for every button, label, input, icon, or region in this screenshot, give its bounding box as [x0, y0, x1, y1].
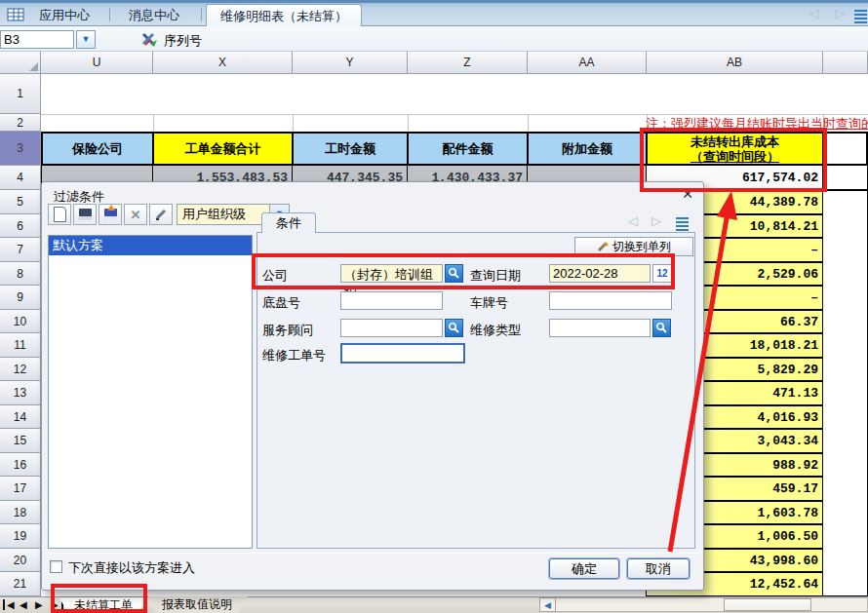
- cell-partial-4[interactable]: [822, 165, 868, 190]
- row-header[interactable]: 2: [0, 114, 41, 132]
- header-cell-workorder-total[interactable]: 工单金额合计: [152, 132, 294, 166]
- rename-scheme-button[interactable]: [149, 204, 173, 225]
- name-box-dropdown-icon[interactable]: ▼: [76, 30, 96, 49]
- row-header[interactable]: 6: [0, 214, 41, 238]
- plate-input[interactable]: [549, 291, 672, 310]
- service-advisor-input[interactable]: [340, 319, 443, 337]
- magnifier-icon: [448, 267, 460, 280]
- row-header[interactable]: 7: [0, 238, 41, 262]
- company-input[interactable]: （封存）培训组织: [340, 264, 443, 283]
- name-box[interactable]: B3: [0, 30, 74, 49]
- first-sheet-button[interactable]: ◀: [3, 599, 16, 610]
- cancel-button[interactable]: 取消: [627, 558, 690, 579]
- row-header[interactable]: 13: [0, 381, 41, 405]
- condition-next-icon[interactable]: ▷: [651, 213, 661, 228]
- top-tab-bar: 应用中心 消息中心 维修明细表（未结算） ◁ ▷: [0, 0, 868, 26]
- service-advisor-label: 服务顾问: [262, 322, 313, 339]
- header-cell-parts-amount[interactable]: 配件金额: [407, 132, 529, 166]
- row-header[interactable]: 18: [0, 501, 41, 524]
- company-lookup-button[interactable]: [445, 264, 463, 283]
- sheet-tab-report-notes[interactable]: 报表取值说明: [146, 596, 248, 613]
- delete-scheme-button[interactable]: ✕: [124, 204, 147, 225]
- tab-message-center[interactable]: 消息中心: [115, 4, 193, 26]
- row-header[interactable]: 8: [0, 262, 41, 286]
- save-scheme-button[interactable]: [73, 204, 97, 225]
- enter-with-scheme-checkbox[interactable]: [50, 560, 62, 573]
- row-header[interactable]: 21: [0, 572, 41, 596]
- ok-button[interactable]: 确定: [549, 558, 619, 579]
- scheme-list[interactable]: 默认方案: [48, 235, 253, 549]
- row-header[interactable]: 5: [0, 190, 41, 214]
- tabs-scroll-left-icon[interactable]: ◁: [809, 6, 819, 20]
- prev-sheet-button[interactable]: ◀: [20, 599, 28, 610]
- scheme-list-item-selected[interactable]: 默认方案: [49, 236, 252, 255]
- row-header[interactable]: 16: [0, 453, 41, 477]
- switch-to-single-column-button[interactable]: 切换到单列: [574, 237, 693, 256]
- repair-type-input[interactable]: [549, 319, 651, 337]
- row-header[interactable]: 14: [0, 405, 41, 429]
- horizontal-scrollbar[interactable]: [539, 597, 868, 612]
- gridline: [528, 114, 529, 132]
- header-cell-additional-amount[interactable]: 附加金额: [527, 132, 648, 166]
- save-icon: [79, 209, 92, 220]
- sheet-tab-unsettled-workorders[interactable]: 未结算工单: [59, 596, 148, 613]
- tab-repair-detail-report[interactable]: 维修明细表（未结算）: [206, 4, 362, 27]
- scheme-level-value: 用户组织级: [182, 206, 246, 223]
- close-icon[interactable]: ✕: [678, 185, 697, 203]
- col-header-U[interactable]: U: [41, 52, 153, 74]
- save-as-scheme-button[interactable]: [99, 204, 122, 225]
- plate-label: 车牌号: [470, 294, 508, 312]
- row-header[interactable]: 11: [0, 333, 41, 358]
- col-header-AB[interactable]: AB: [647, 52, 823, 74]
- header-cell-uncarried-cost[interactable]: 未结转出库成本 （查询时间段）: [646, 132, 824, 166]
- col-header-Z[interactable]: Z: [408, 52, 528, 74]
- cell-partial-column[interactable]: [822, 190, 868, 596]
- workorder-input[interactable]: [340, 343, 465, 364]
- col-header-X[interactable]: X: [153, 52, 293, 74]
- select-all-corner[interactable]: [0, 52, 41, 74]
- pen-icon: [154, 208, 168, 221]
- header-cell-insurance-company[interactable]: 保险公司: [41, 132, 154, 166]
- delete-icon: ✕: [131, 208, 141, 222]
- magnifier-icon: [655, 322, 668, 334]
- scrollbar-thumb[interactable]: [724, 598, 811, 611]
- row-header[interactable]: 19: [0, 524, 41, 549]
- calendar-icon[interactable]: 12: [652, 264, 672, 283]
- tabs-scroll-right-icon[interactable]: ▷: [835, 6, 845, 20]
- field-function-icon: [141, 31, 158, 48]
- formula-field-label: 序列号: [164, 32, 202, 50]
- col-header-Y[interactable]: Y: [293, 52, 408, 74]
- scroll-left-icon[interactable]: ◀: [539, 597, 556, 612]
- row-header[interactable]: 1: [0, 74, 41, 114]
- row-header[interactable]: 4: [0, 166, 41, 190]
- header-cell-partial[interactable]: [822, 132, 868, 166]
- row-header[interactable]: 12: [0, 358, 41, 381]
- tab-condition[interactable]: 条件: [261, 212, 316, 233]
- service-advisor-lookup-button[interactable]: [445, 319, 463, 337]
- row-header[interactable]: 15: [0, 429, 41, 453]
- col-header-AA[interactable]: AA: [528, 52, 647, 74]
- col-header-partial[interactable]: [823, 52, 868, 74]
- row-header[interactable]: 9: [0, 286, 41, 310]
- new-scheme-button[interactable]: [48, 204, 71, 225]
- header-cell-labor-amount[interactable]: 工时金额: [292, 132, 409, 166]
- header-cell-uncarried-cost-line2: （查询时间段）: [690, 149, 779, 164]
- chassis-input[interactable]: [340, 291, 443, 310]
- tab-list-icon[interactable]: [854, 8, 867, 25]
- condition-prev-icon[interactable]: ◁: [628, 213, 638, 228]
- header-cell-uncarried-cost-line1: 未结转出库成本: [690, 134, 779, 149]
- magnifier-icon: [448, 322, 460, 334]
- save-as-icon: [104, 209, 117, 220]
- row-header[interactable]: 10: [0, 310, 41, 333]
- query-date-input[interactable]: 2022-02-28: [549, 264, 651, 283]
- condition-list-icon[interactable]: [676, 215, 689, 233]
- dialog-separator: [46, 553, 701, 554]
- enter-with-scheme-label: 下次直接以该方案进入: [68, 559, 195, 577]
- row-header[interactable]: 20: [0, 549, 41, 572]
- next-sheet-button[interactable]: ▶: [35, 599, 44, 610]
- switch-button-label: 切换到单列: [612, 239, 671, 255]
- row-header[interactable]: 17: [0, 477, 41, 501]
- row-header-selected[interactable]: 3: [0, 132, 41, 166]
- tab-app-center[interactable]: 应用中心: [25, 4, 103, 26]
- repair-type-lookup-button[interactable]: [652, 319, 671, 337]
